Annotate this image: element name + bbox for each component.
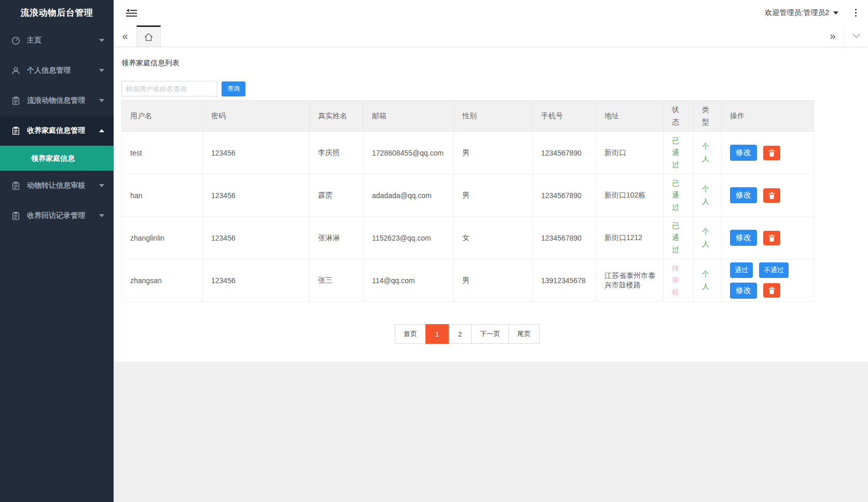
sidebar: 流浪动物后台管理 主页 个人信息管理 流浪动物信息管理 [0,0,114,502]
cell-realname: 张三 [310,259,364,302]
column-header-type: 类型 [694,101,722,132]
cell-password: 123456 [203,132,310,174]
sidebar-item-label: 动物转让信息审核 [27,181,85,190]
page-title: 领养家庭信息列表 [121,59,860,68]
clipboard-icon [11,212,20,220]
pagination-last[interactable]: 尾页 [508,324,540,344]
cell-username: zhangsan [122,259,203,302]
cell-username: zhanglinlin [122,217,203,259]
table-wrap: 用户名 密码 真实姓名 邮箱 性别 手机号 地址 状态 类型 操作 [121,100,814,344]
sidebar-item-stray-animal-info[interactable]: 流浪动物信息管理 [0,86,114,116]
cell-email: adadada@qq.com [364,174,454,217]
sidebar-item-personal-info[interactable]: 个人信息管理 [0,55,114,86]
trash-icon [768,149,775,157]
edit-button[interactable]: 修改 [730,145,757,161]
column-header-password: 密码 [203,101,310,132]
delete-button[interactable] [763,231,780,245]
adoption-family-table: 用户名 密码 真实姓名 邮箱 性别 手机号 地址 状态 类型 操作 [121,100,814,302]
tab-home[interactable] [136,25,161,47]
table-header-row: 用户名 密码 真实姓名 邮箱 性别 手机号 地址 状态 类型 操作 [122,101,814,132]
cell-type: 个人 [694,217,722,259]
cell-actions: 修改 [722,174,814,217]
sidebar-item-label: 流浪动物信息管理 [27,96,85,105]
delete-button[interactable] [763,188,780,203]
cell-type: 个人 [694,259,722,302]
cell-address: 江苏省泰州市泰兴市鼓楼路 [596,259,664,302]
cell-phone: 1234567890 [533,174,596,217]
chevron-down-icon [99,69,104,72]
sidebar-item-animal-transfer-review[interactable]: 动物转让信息审核 [0,171,114,201]
type-badge: 个人 [702,268,710,292]
chevron-up-icon [99,129,104,132]
status-badge: 待审核 [672,262,680,298]
delete-button[interactable] [763,283,780,298]
sidebar-item-home[interactable]: 主页 [0,25,114,55]
status-badge: 已通过 [672,220,680,256]
cell-realname: 李庆照 [310,132,364,174]
welcome-text: 欢迎管理员:管理员2 [765,8,829,18]
app-window: 流浪动物后台管理 主页 个人信息管理 流浪动物信息管理 [0,0,868,502]
cell-address: 新街口102栋 [596,174,664,217]
cell-gender: 女 [454,217,533,259]
cell-realname: 张淋淋 [310,217,364,259]
cell-status: 已通过 [664,174,694,217]
edit-button[interactable]: 修改 [730,230,757,246]
caret-down-icon [833,11,838,15]
cell-status: 已通过 [664,132,694,174]
column-header-username: 用户名 [122,101,203,132]
pagination-next[interactable]: 下一页 [471,324,509,344]
search-row: 查询 [121,81,860,96]
pagination-first[interactable]: 首页 [395,324,426,344]
edit-button[interactable]: 修改 [730,283,757,299]
pagination-page-1[interactable]: 1 [425,324,449,344]
cell-realname: 霹雳 [310,174,364,217]
pagination-page-2[interactable]: 2 [448,324,472,344]
cell-username: test [122,132,203,174]
cell-username: han [122,174,203,217]
cell-address: 新街口1212 [596,217,664,259]
cell-email: 1728608455@qq.com [364,132,454,174]
sidebar-item-followup-records[interactable]: 收养回访记录管理 [0,201,114,231]
admin-dropdown[interactable]: 欢迎管理员:管理员2 [765,8,838,18]
column-header-address: 地址 [596,101,664,132]
cell-email: 1152623@qq.com [364,217,454,259]
approve-button[interactable]: 通过 [730,262,753,278]
reject-button[interactable]: 不通过 [759,262,789,278]
delete-button[interactable] [763,146,780,160]
search-input[interactable] [121,81,217,96]
sidebar-subitem-adoption-family-info-active[interactable]: 领养家庭信息 [0,146,114,171]
clipboard-icon [11,96,20,105]
column-header-status: 状态 [664,101,694,132]
tabs-scroll-right-button[interactable]: » [821,25,844,47]
clipboard-icon [11,127,20,135]
cell-gender: 男 [454,132,533,174]
tabs-menu-button[interactable] [844,25,868,47]
chevron-down-icon [99,214,104,217]
table-row: test 123456 李庆照 1728608455@qq.com 男 1234… [122,132,814,174]
cell-phone: 1234567890 [533,217,596,259]
cell-email: 114@qq.com [364,259,454,302]
sidebar-item-label: 收养家庭信息管理 [27,126,85,135]
app-title: 流浪动物后台管理 [0,0,114,25]
cell-password: 123456 [203,174,310,217]
tabs-scroll-left-button[interactable]: « [114,25,136,47]
table-row: han 123456 霹雳 adadada@qq.com 男 123456789… [122,174,814,217]
cell-type: 个人 [694,132,722,174]
cell-phone: 13912345678 [533,259,596,302]
collapse-sidebar-button[interactable] [125,6,139,20]
type-badge: 个人 [702,141,710,164]
adoption-family-panel: 领养家庭信息列表 查询 用户名 密码 真实姓 [114,47,868,361]
home-icon [144,33,154,41]
content-area: 领养家庭信息列表 查询 用户名 密码 真实姓 [114,47,868,502]
collapse-sidebar-icon [126,8,137,18]
more-menu-button[interactable] [853,7,859,19]
search-button[interactable]: 查询 [222,81,245,96]
trash-icon [768,192,775,199]
topbar: 欢迎管理员:管理员2 [114,0,868,25]
chevron-down-icon [99,99,104,102]
sidebar-item-adoption-family-info[interactable]: 收养家庭信息管理 [0,116,114,146]
edit-button[interactable]: 修改 [730,187,757,203]
table-row: zhanglinlin 123456 张淋淋 1152623@qq.com 女 … [122,217,814,259]
cell-phone: 1234567890 [533,132,596,174]
trash-icon [768,234,775,242]
